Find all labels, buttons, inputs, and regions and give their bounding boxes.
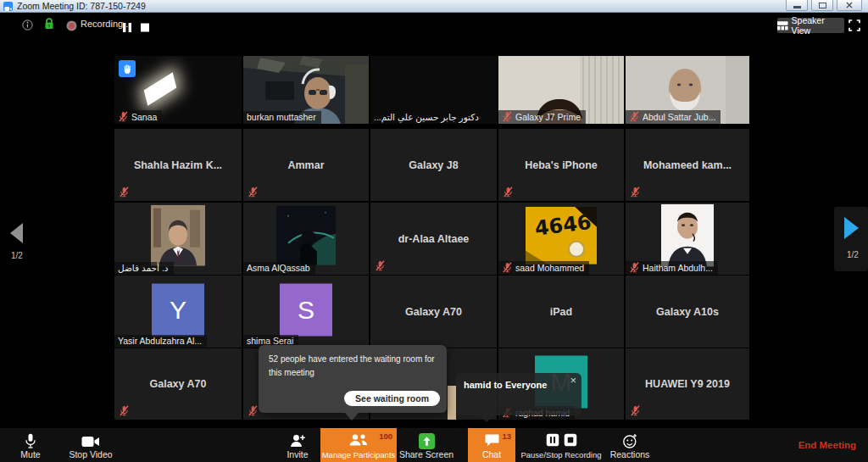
- share-screen-button[interactable]: Share Screen: [398, 428, 454, 462]
- participant-name: iPad: [498, 276, 624, 348]
- chat-preview-popup[interactable]: hamid to Everyone ×: [456, 373, 581, 415]
- participant-tile[interactable]: Shahla Hazim K...: [114, 129, 242, 201]
- participant-tile[interactable]: Ammar: [243, 129, 369, 201]
- participant-name: Mohameed kam...: [626, 129, 749, 201]
- manage-participants-button[interactable]: Manage Participants 100: [320, 428, 397, 462]
- mute-button[interactable]: Mute: [10, 428, 51, 462]
- maximize-button[interactable]: [811, 0, 833, 11]
- participant-tile[interactable]: Asma AlQassab: [243, 203, 369, 275]
- mute-label: Mute: [20, 450, 40, 459]
- participant-name: burkan muttasher: [247, 112, 316, 122]
- prev-page-button[interactable]: [10, 223, 23, 243]
- avatar: Y: [152, 283, 204, 336]
- see-waiting-room-button[interactable]: See waiting room: [344, 391, 440, 406]
- participants-count-badge: 100: [379, 431, 392, 441]
- participant-name: Asma AlQassab: [247, 263, 310, 273]
- participant-tile[interactable]: Galaxy A70: [370, 276, 497, 348]
- speaker-view-button[interactable]: Speaker View: [777, 18, 844, 33]
- participant-tile[interactable]: Galaxy A10s: [626, 276, 749, 348]
- stop-video-button[interactable]: Stop Video: [63, 428, 119, 462]
- manage-participants-label: Manage Participants: [322, 451, 396, 459]
- participant-name: dr-Alaa Altaee: [370, 203, 497, 275]
- waiting-room-popup: 52 people have entered the waiting room …: [259, 345, 447, 413]
- light-flare: [144, 72, 177, 106]
- participant-tile[interactable]: 4646 saad Mohammed: [498, 203, 624, 275]
- stop-icon: [141, 23, 149, 32]
- chat-count-badge: 13: [502, 431, 511, 441]
- muted-mic-icon: [119, 186, 130, 198]
- minimize-icon: [793, 6, 801, 8]
- encryption-lock-icon: [44, 18, 54, 33]
- avatar: [661, 203, 714, 270]
- participant-name: saad Mohammed: [515, 263, 584, 273]
- participant-name: Galaxy J7 Prime: [515, 112, 581, 122]
- participant-name: Abdul Sattar Jub...: [643, 112, 715, 122]
- muted-mic-icon: [248, 405, 259, 416]
- participant-tile[interactable]: دكتور جابر حسين علي التم...: [370, 56, 497, 124]
- chat-label: Chat: [482, 450, 501, 459]
- muted-mic-icon: [629, 262, 640, 273]
- end-meeting-button[interactable]: End Meeting: [798, 428, 856, 462]
- close-button[interactable]: [837, 0, 862, 11]
- participant-tile[interactable]: Galaxy A70: [114, 348, 242, 420]
- chat-button[interactable]: Chat 13: [468, 428, 515, 462]
- page-indicator-right: 1/2: [847, 250, 859, 259]
- chat-preview-close-button[interactable]: ×: [570, 374, 576, 387]
- participant-tile[interactable]: Mohameed kam...: [626, 129, 749, 201]
- window-title: Zoom Meeting ID: 787-150-7249: [17, 1, 146, 11]
- muted-mic-icon: [118, 111, 129, 122]
- participant-tile[interactable]: د. أحمد فاضل: [114, 203, 242, 275]
- avatar: 4646: [526, 206, 597, 267]
- stop-recording-button[interactable]: [141, 20, 149, 36]
- avatar: [151, 204, 205, 269]
- invite-button[interactable]: Invite: [276, 428, 319, 462]
- participant-name: Shahla Hazim K...: [114, 129, 242, 201]
- participant-name: Yasir Abdulzahra Al...: [118, 336, 202, 346]
- participant-name: Galaxy A70: [114, 348, 242, 420]
- muted-mic-icon: [248, 186, 259, 198]
- recording-indicator-icon: [66, 19, 77, 35]
- participant-tile[interactable]: Galaxy J7 Prime: [498, 56, 624, 124]
- avatar-letter: S: [298, 295, 314, 324]
- meeting-info-icon[interactable]: [22, 19, 33, 34]
- participant-name: Galaxy A10s: [626, 276, 749, 348]
- participant-tile-active-speaker[interactable]: burkan muttasher: [243, 56, 369, 124]
- next-page-button[interactable]: [844, 217, 859, 239]
- muted-mic-icon: [503, 186, 514, 198]
- chat-sender-label: hamid to Everyone: [464, 380, 547, 390]
- camera-icon: [81, 436, 100, 448]
- invite-label: Invite: [287, 450, 308, 459]
- participant-tile[interactable]: S shima Serai: [243, 276, 369, 348]
- participant-tile[interactable]: Sanaa: [114, 56, 242, 124]
- minimize-button[interactable]: [786, 0, 808, 11]
- muted-mic-icon: [630, 186, 641, 198]
- participant-tile[interactable]: Abdul Sattar Jub...: [626, 56, 749, 124]
- muted-mic-icon: [502, 262, 513, 273]
- participant-tile[interactable]: iPad: [498, 276, 624, 348]
- fullscreen-button[interactable]: [849, 19, 860, 35]
- pause-recording-icon: [546, 433, 559, 447]
- fullscreen-icon: [849, 19, 860, 31]
- participant-name: د. أحمد فاضل: [118, 263, 169, 273]
- participant-tile[interactable]: dr-Alaa Altaee: [370, 203, 497, 275]
- raised-hand-icon: [119, 60, 136, 77]
- reactions-button[interactable]: Reactions: [607, 428, 653, 462]
- participant-tile[interactable]: HUAWEI Y9 2019: [626, 348, 749, 420]
- speaker-view-icon: [777, 21, 788, 31]
- pause-stop-recording-label: Pause/Stop Recording: [520, 451, 601, 459]
- speaker-view-label: Speaker View: [792, 15, 844, 36]
- stop-recording-icon: [564, 433, 577, 447]
- avatar: S: [280, 283, 332, 336]
- pause-recording-button[interactable]: [123, 20, 131, 36]
- muted-mic-icon: [629, 111, 640, 122]
- participant-tile[interactable]: Galaxy J8: [370, 129, 497, 201]
- chat-icon: [484, 433, 500, 448]
- reactions-label: Reactions: [610, 450, 650, 459]
- pause-stop-recording-button[interactable]: Pause/Stop Recording: [519, 428, 604, 462]
- participant-tile[interactable]: Heba's iPhone: [498, 129, 624, 201]
- participant-tile[interactable]: Haitham Abdulh...: [626, 203, 749, 275]
- participant-tile[interactable]: Y Yasir Abdulzahra Al...: [114, 276, 242, 348]
- meeting-toolbar: Mute Stop Video Invite Manage Participan…: [0, 428, 868, 462]
- invite-icon: [289, 433, 306, 448]
- participant-name: Heba's iPhone: [498, 129, 624, 201]
